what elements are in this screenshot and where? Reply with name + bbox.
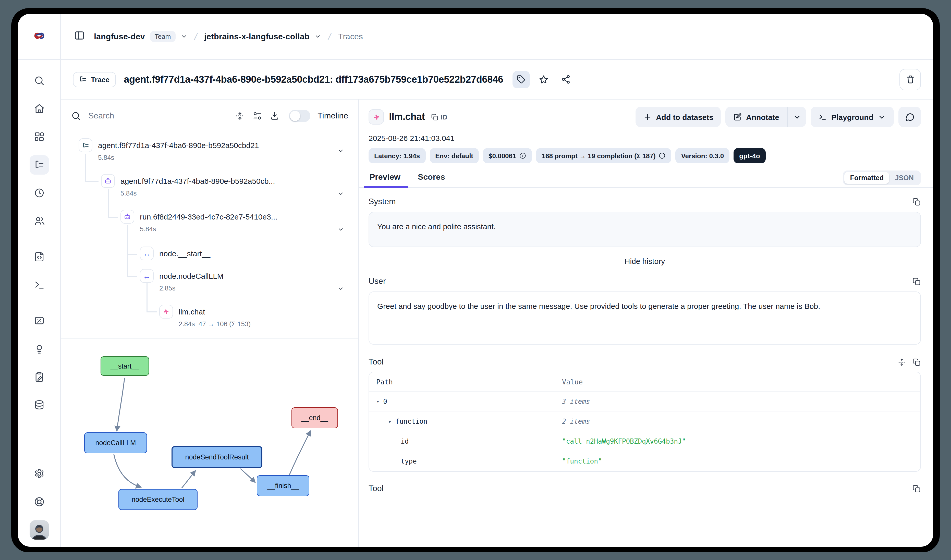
sidebar-toggle-icon[interactable] xyxy=(74,30,85,43)
cost-badge[interactable]: $0.00061 xyxy=(483,148,532,163)
format-toggle: Formatted JSON xyxy=(843,171,921,185)
tree-row-llm-chat[interactable]: llm.chat 2.84s 47 → 106 (Σ 153) xyxy=(159,305,359,328)
display-settings-icon[interactable] xyxy=(252,111,262,121)
tree-connector xyxy=(127,254,137,254)
search-input[interactable] xyxy=(88,111,228,120)
project-name[interactable]: jetbrains-x-langfuse-collab xyxy=(204,32,309,41)
rail-playground-icon[interactable] xyxy=(29,275,49,295)
graph-node-finish[interactable]: __finish__ xyxy=(257,475,309,496)
row-chevron-icon[interactable] xyxy=(337,191,344,197)
tree-row-agent[interactable]: agent.f9f77d1a-437f-4ba6-890e-b592a50cb.… xyxy=(101,174,359,197)
rail-annotation-icon[interactable] xyxy=(29,367,49,386)
trace-tree-icon xyxy=(78,138,92,152)
json-row[interactable]: id "call_n2HaWg9KFP0BZDqXv6G4b3nJ" xyxy=(369,431,920,451)
row-chevron-icon[interactable] xyxy=(337,226,344,233)
tree-connector xyxy=(108,217,118,218)
org-name[interactable]: langfuse-dev xyxy=(94,32,145,41)
tab-preview[interactable]: Preview xyxy=(369,169,402,188)
json-row[interactable]: ▾0 3 items xyxy=(369,392,920,411)
trace-type-badge: Trace xyxy=(73,72,115,87)
annotate-dropdown-chevron-icon[interactable] xyxy=(793,112,802,121)
tool-json-table: Path Value ▾0 3 items ▸function 2 items xyxy=(369,372,921,472)
graph-node-executetool[interactable]: nodeExecuteTool xyxy=(118,489,197,510)
tree-row-node-start[interactable]: ↔ node.__start__ xyxy=(140,246,359,260)
graph-node-end[interactable]: __end__ xyxy=(291,408,338,428)
rail-sessions-icon[interactable] xyxy=(29,183,49,203)
tag-button[interactable] xyxy=(512,71,529,88)
tokens-badge[interactable]: 168 prompt → 19 completion (Σ 187) xyxy=(536,148,671,163)
row-chevron-icon[interactable] xyxy=(337,148,344,154)
json-row[interactable]: type "function" xyxy=(369,451,920,471)
nav-rail xyxy=(18,60,61,547)
project-switcher-chevron-icon[interactable] xyxy=(315,33,321,40)
annotate-split-button[interactable]: Annotate xyxy=(726,107,806,127)
collapse-all-icon[interactable] xyxy=(235,111,245,121)
rail-search-icon[interactable] xyxy=(29,71,49,90)
trace-tree-icon xyxy=(79,75,87,83)
graph-node-start[interactable]: __start__ xyxy=(100,356,149,376)
expand-icon[interactable] xyxy=(897,358,906,366)
add-to-datasets-button[interactable]: Add to datasets xyxy=(636,107,721,127)
rail-datasets-icon[interactable] xyxy=(29,395,49,414)
format-toggle-formatted[interactable]: Formatted xyxy=(844,172,889,184)
row-chevron-icon[interactable] xyxy=(337,285,344,292)
download-icon[interactable] xyxy=(269,111,280,121)
terminal-icon xyxy=(819,112,827,121)
share-button[interactable] xyxy=(557,71,574,88)
tree-toolbar: Timeline xyxy=(61,100,359,132)
star-button[interactable] xyxy=(535,71,552,88)
tree-row-run[interactable]: run.6f8d2449-33ed-4c7c-82e7-5410e3... 5.… xyxy=(120,210,359,233)
breadcrumb-section[interactable]: Traces xyxy=(338,32,363,41)
rail-tracing-icon[interactable] xyxy=(29,155,49,175)
rail-users-icon[interactable] xyxy=(29,211,49,231)
timeline-toggle[interactable] xyxy=(289,110,310,122)
window-frame: langfuse-dev Team / jetbrains-x-langfuse… xyxy=(11,8,940,552)
graph-node-sendtoolresult[interactable]: nodeSendToolResult xyxy=(171,446,262,468)
share-icon xyxy=(561,75,571,84)
langfuse-app-window: langfuse-dev Team / jetbrains-x-langfuse… xyxy=(18,14,933,547)
org-switcher-chevron-icon[interactable] xyxy=(180,33,187,40)
rail-scores-icon[interactable] xyxy=(29,311,49,330)
playground-chevron-icon xyxy=(877,112,886,121)
playground-button[interactable]: Playground xyxy=(811,107,894,127)
rail-home-icon[interactable] xyxy=(29,99,49,118)
copy-icon[interactable] xyxy=(912,358,921,366)
system-message: You are a nice and polite assistant. xyxy=(369,212,921,247)
copy-icon[interactable] xyxy=(912,197,921,206)
trace-actions xyxy=(512,71,574,88)
trace-header-row: Trace agent.f9f77d1a-437f-4ba6-890e-b592… xyxy=(61,60,933,100)
logo-cell[interactable] xyxy=(18,14,61,59)
agent-icon xyxy=(120,210,134,224)
rail-settings-icon[interactable] xyxy=(29,464,49,483)
copy-icon[interactable] xyxy=(912,484,921,493)
delete-trace-button[interactable] xyxy=(899,69,921,90)
collapse-chevron-icon[interactable]: ▾ xyxy=(376,398,380,405)
user-message: Greet and say goodbye to the user in the… xyxy=(369,291,921,345)
user-avatar[interactable] xyxy=(29,520,49,540)
copy-icon xyxy=(431,113,439,121)
tree-row-node-callllm[interactable]: ↔ node.nodeCallLLM 2.85s xyxy=(140,269,359,292)
model-badge[interactable]: gpt-4o xyxy=(734,148,766,163)
tag-icon xyxy=(516,75,526,84)
tree-row-trace[interactable]: agent.f9f77d1a-437f-4ba6-890e-b592a50cbd… xyxy=(78,138,359,161)
graph-node-callllm[interactable]: nodeCallLLM xyxy=(84,432,147,453)
latency-badge: Latency: 1.94s xyxy=(369,148,425,163)
tab-scores[interactable]: Scores xyxy=(417,169,446,188)
json-row[interactable]: ▸function 2 items xyxy=(369,411,920,431)
rail-prompts-icon[interactable] xyxy=(29,247,49,266)
copy-id-button[interactable]: ID xyxy=(431,113,447,121)
trace-tree-panel: Timeline xyxy=(61,100,359,547)
observation-timestamp: 2025-08-26 21:41:03.041 xyxy=(369,134,921,142)
breadcrumb-bar: langfuse-dev Team / jetbrains-x-langfuse… xyxy=(61,14,933,59)
format-toggle-json[interactable]: JSON xyxy=(889,172,919,184)
rail-evals-icon[interactable] xyxy=(29,339,49,358)
copy-icon[interactable] xyxy=(912,277,921,286)
rail-support-icon[interactable] xyxy=(29,492,49,511)
hide-history-link[interactable]: Hide history xyxy=(369,257,921,265)
rail-dashboards-icon[interactable] xyxy=(29,127,49,146)
org-plan-badge: Team xyxy=(150,31,175,42)
expand-chevron-icon[interactable]: ▸ xyxy=(388,418,392,425)
observation-actions: Add to datasets Annotate xyxy=(636,107,921,127)
tool-section-header: Tool xyxy=(369,357,921,366)
comments-button[interactable] xyxy=(899,107,921,127)
